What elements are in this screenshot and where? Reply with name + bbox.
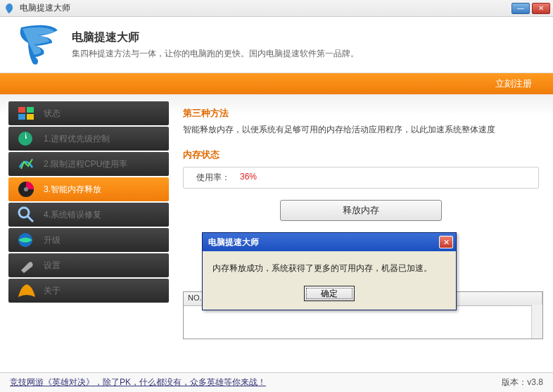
svg-rect-2 — [18, 114, 25, 120]
windows-flag-icon — [14, 101, 41, 125]
tornado-icon — [14, 22, 63, 68]
app-logo-icon — [3, 2, 15, 15]
svg-rect-0 — [18, 107, 25, 113]
version-label: 版本：v3.8 — [502, 377, 543, 388]
svg-point-7 — [19, 208, 29, 217]
dialog-titlebar[interactable]: 电脑提速大师 ✕ — [203, 233, 456, 251]
usage-value: 36% — [240, 172, 257, 184]
app-title: 电脑提速大师 — [72, 30, 359, 45]
about-icon — [14, 279, 41, 303]
memory-status-title: 内存状态 — [183, 148, 539, 161]
upgrade-globe-icon — [14, 228, 41, 252]
window-title: 电脑提速大师 — [20, 2, 70, 14]
app-header: 电脑提速大师 集四种提速方法与一体，让你的电脑跑的更快。国内电脑提速软件第一品牌… — [0, 17, 553, 73]
sidebar-item-label: 2.限制进程CPU使用率 — [44, 158, 127, 170]
sidebar-item-error-fix[interactable]: 4.系统错误修复 — [8, 203, 169, 227]
magnifier-icon — [14, 203, 41, 227]
sidebar: 状态 1.进程优先级控制 2.限制进程CPU使用率 3.智能内存释放 4.系统错… — [0, 94, 169, 360]
process-priority-icon — [14, 127, 41, 151]
sidebar-item-label: 关于 — [44, 285, 61, 297]
cpu-limit-icon — [14, 152, 41, 176]
register-link[interactable]: 立刻注册 — [495, 77, 532, 90]
svg-rect-1 — [27, 107, 34, 113]
svg-point-6 — [24, 187, 28, 191]
sidebar-item-about[interactable]: 关于 — [8, 279, 169, 303]
sidebar-item-label: 1.进程优先级控制 — [44, 133, 110, 145]
sidebar-item-label: 3.智能内存释放 — [44, 184, 101, 196]
main-content: 第三种方法 智能释放内存，以便系统有足够可用的内存给活动应用程序，以此加速系统整… — [169, 94, 553, 360]
app-slogan: 集四种提速方法与一体，让你的电脑跑的更快。国内电脑提速软件第一品牌。 — [72, 48, 359, 60]
sidebar-item-cpu-limit[interactable]: 2.限制进程CPU使用率 — [8, 152, 169, 176]
dialog-message: 内存释放成功，系统获得了更多的可用内存，机器已加速。 — [212, 263, 446, 274]
usage-label: 使用率： — [196, 172, 230, 184]
svg-rect-3 — [27, 114, 34, 120]
sidebar-item-settings[interactable]: 设置 — [8, 253, 169, 277]
dialog-ok-button[interactable]: 确定 — [304, 286, 355, 301]
minimize-button[interactable]: — — [511, 3, 530, 14]
sidebar-item-label: 设置 — [44, 260, 61, 272]
sidebar-item-status[interactable]: 状态 — [8, 101, 169, 125]
svg-line-8 — [27, 216, 33, 222]
memory-usage-box: 使用率： 36% — [183, 167, 539, 189]
sidebar-item-label: 升级 — [44, 234, 61, 246]
method-description: 智能释放内存，以便系统有足够可用的内存给活动应用程序，以此加速系统整体速度 — [183, 124, 539, 136]
window-titlebar: 电脑提速大师 — ✕ — [0, 0, 553, 17]
release-memory-button[interactable]: 释放内存 — [280, 200, 442, 221]
footer-ad-link[interactable]: 竞技网游《英雄对决》，除了PK，什么都没有，众多英雄等你来战！ — [10, 377, 266, 388]
window-close-button[interactable]: ✕ — [532, 3, 550, 14]
memory-release-icon — [14, 177, 41, 201]
top-orange-bar: 立刻注册 — [0, 73, 553, 94]
sidebar-item-upgrade[interactable]: 升级 — [8, 228, 169, 252]
wrench-icon — [14, 253, 41, 277]
dialog-close-button[interactable]: ✕ — [439, 236, 453, 248]
status-bar: 竞技网游《英雄对决》，除了PK，什么都没有，众多英雄等你来战！ 版本：v3.8 — [0, 372, 553, 392]
sidebar-item-label: 4.系统错误修复 — [44, 209, 101, 221]
table-scrollbar[interactable] — [531, 305, 542, 339]
dialog-title-text: 电脑提速大师 — [208, 236, 259, 248]
sidebar-item-memory-release[interactable]: 3.智能内存释放 — [8, 177, 169, 201]
sidebar-item-label: 状态 — [44, 108, 61, 120]
method-title: 第三种方法 — [183, 107, 539, 120]
message-dialog: 电脑提速大师 ✕ 内存释放成功，系统获得了更多的可用内存，机器已加速。 确定 — [202, 232, 457, 310]
sidebar-item-priority[interactable]: 1.进程优先级控制 — [8, 127, 169, 151]
